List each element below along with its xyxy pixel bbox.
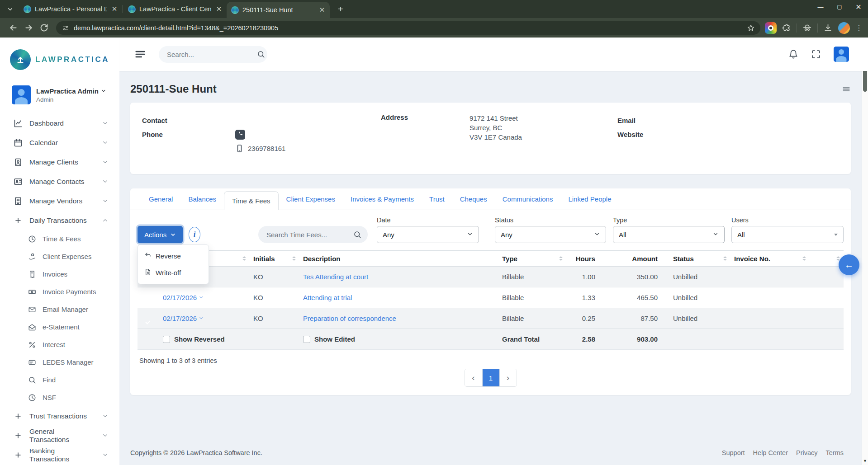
sort-arrows-icon[interactable] bbox=[723, 256, 727, 261]
browser-tab[interactable]: 250111-Sue Hunt✕ bbox=[227, 2, 330, 18]
window-maximize-button[interactable]: ▢ bbox=[830, 0, 849, 14]
bookmark-star-icon[interactable] bbox=[747, 24, 755, 32]
sort-arrows-icon[interactable] bbox=[242, 256, 246, 261]
sort-arrows-icon[interactable] bbox=[802, 256, 806, 261]
browser-tab[interactable]: LawPractica - Client Centre✕ bbox=[123, 1, 227, 17]
pagination-page-1[interactable]: 1 bbox=[482, 369, 499, 386]
sidebar-item-general-transactions[interactable]: General Transactions bbox=[0, 426, 119, 445]
sort-arrows-icon[interactable] bbox=[559, 256, 563, 261]
sidebar-item-manage-contacts[interactable]: Manage Contacts bbox=[0, 172, 119, 191]
time-fees-search[interactable] bbox=[258, 226, 368, 243]
extensions-puzzle-icon[interactable] bbox=[782, 23, 791, 33]
tab-linked-people[interactable]: Linked People bbox=[560, 188, 619, 210]
scrollbar-down-arrow[interactable]: ▼ bbox=[862, 459, 868, 463]
date-link[interactable]: 02/17/2026 bbox=[163, 315, 197, 322]
window-close-button[interactable]: ✕ bbox=[849, 0, 868, 14]
column-header-initials[interactable]: Initials bbox=[250, 251, 299, 267]
description-link[interactable]: Attending at trial bbox=[303, 294, 352, 301]
page-menu-icon[interactable] bbox=[842, 85, 851, 94]
address-bar[interactable]: demo.lawpractica.com/client-detail.html?… bbox=[56, 21, 760, 35]
collapse-panel-fab-button[interactable]: ← bbox=[839, 254, 859, 275]
show-edited-checkbox[interactable] bbox=[303, 336, 310, 343]
tab-close-icon[interactable]: ✕ bbox=[215, 5, 223, 13]
tab-trust[interactable]: Trust bbox=[422, 188, 452, 210]
sidebar-subitem-ledes-manager[interactable]: LEDES Manager bbox=[0, 353, 119, 371]
column-header-invoice-no-[interactable]: Invoice No. bbox=[730, 251, 810, 267]
sidebar-item-daily-transactions[interactable]: Daily Transactions bbox=[0, 211, 119, 230]
column-label: Type bbox=[502, 255, 517, 263]
info-button[interactable]: i bbox=[189, 227, 200, 242]
footer-link-help-center[interactable]: Help Center bbox=[753, 449, 788, 456]
global-search-input[interactable] bbox=[167, 51, 257, 58]
sidebar-subitem-label: Time & Fees bbox=[43, 235, 81, 243]
tab-close-icon[interactable]: ✕ bbox=[110, 5, 119, 13]
tab-search-button[interactable] bbox=[4, 3, 16, 15]
forward-button[interactable] bbox=[21, 20, 36, 36]
date-link[interactable]: 02/17/2026 bbox=[163, 294, 197, 301]
search-icon bbox=[28, 376, 36, 384]
sidebar-subitem-find[interactable]: Find bbox=[0, 371, 119, 389]
menu-item-write-off[interactable]: Write-off bbox=[138, 264, 209, 281]
sort-arrows-icon[interactable] bbox=[292, 256, 296, 261]
brand[interactable]: LAWPRACTICA bbox=[0, 38, 119, 79]
notifications-bell-icon[interactable] bbox=[788, 49, 798, 59]
filter-select-type[interactable]: All bbox=[613, 226, 725, 243]
global-search[interactable] bbox=[159, 46, 267, 63]
column-header-status[interactable]: Status bbox=[669, 251, 730, 267]
tab-general[interactable]: General bbox=[141, 188, 180, 210]
sidebar-item-manage-clients[interactable]: Manage Clients bbox=[0, 152, 119, 172]
sidebar-subitem-client-expenses[interactable]: Client Expenses bbox=[0, 248, 119, 265]
sidebar-item-banking-transactions[interactable]: Banking Transactions bbox=[0, 445, 119, 465]
pagination-next-button[interactable]: › bbox=[499, 369, 517, 386]
show-reversed-checkbox[interactable] bbox=[163, 336, 170, 343]
tab-cheques[interactable]: Cheques bbox=[452, 188, 495, 210]
sidebar-item-manage-vendors[interactable]: Manage Vendors bbox=[0, 191, 119, 211]
description-link[interactable]: Preparation of correspondence bbox=[303, 315, 396, 322]
tab-invoices-payments[interactable]: Invoices & Payments bbox=[343, 188, 422, 210]
filter-select-status[interactable]: Any bbox=[495, 226, 606, 243]
reload-button[interactable] bbox=[36, 20, 52, 36]
menu-item-reverse[interactable]: Reverse bbox=[138, 248, 209, 264]
sidebar-item-calendar[interactable]: Calendar bbox=[0, 133, 119, 152]
downloads-icon[interactable] bbox=[823, 23, 833, 33]
sidebar-item-trust-transactions[interactable]: Trust Transactions bbox=[0, 406, 119, 426]
filter-select-date[interactable]: Any bbox=[377, 226, 479, 243]
sidebar-subitem-invoices[interactable]: Invoices bbox=[0, 265, 119, 283]
column-header-type[interactable]: Type bbox=[498, 251, 566, 267]
browser-menu-icon[interactable]: ⋮ bbox=[855, 23, 863, 32]
sidebar-subitem-email-manager[interactable]: Email Manager bbox=[0, 301, 119, 318]
sidebar-subitem-e-statement[interactable]: e-Statement bbox=[0, 318, 119, 336]
sidebar-toggle-icon[interactable] bbox=[134, 48, 146, 60]
privacy-hat-icon[interactable] bbox=[802, 23, 812, 33]
sidebar-item-dashboard[interactable]: Dashboard bbox=[0, 113, 119, 133]
fullscreen-icon[interactable] bbox=[811, 49, 821, 59]
sidebar-subitem-time-fees[interactable]: Time & Fees bbox=[0, 230, 119, 248]
back-button[interactable] bbox=[5, 20, 21, 36]
pagination-prev-button[interactable]: ‹ bbox=[465, 369, 482, 386]
extension-camera-icon[interactable] bbox=[765, 22, 777, 34]
footer-link-privacy[interactable]: Privacy bbox=[796, 449, 818, 456]
tab-communications[interactable]: Communications bbox=[495, 188, 561, 210]
new-tab-button[interactable]: + bbox=[334, 4, 347, 14]
tab-client-expenses[interactable]: Client Expenses bbox=[279, 188, 343, 210]
profile-avatar[interactable] bbox=[834, 47, 849, 62]
user-menu[interactable]: LawPractica Admin Admin bbox=[0, 79, 119, 109]
tab-balances[interactable]: Balances bbox=[180, 188, 224, 210]
time-fees-search-input[interactable] bbox=[266, 231, 353, 239]
tab-time-fees[interactable]: Time & Fees bbox=[224, 191, 278, 210]
browser-tab[interactable]: LawPractica - Personal Dashbo✕ bbox=[19, 1, 122, 17]
footer-links: SupportHelp CenterPrivacyTerms bbox=[722, 449, 844, 456]
site-info-icon[interactable] bbox=[62, 24, 69, 32]
footer-link-support[interactable]: Support bbox=[722, 449, 745, 456]
tab-close-icon[interactable]: ✕ bbox=[318, 6, 326, 14]
filter-select-users[interactable]: All bbox=[731, 226, 844, 243]
sidebar-subitem-invoice-payments[interactable]: Invoice Payments bbox=[0, 283, 119, 301]
sidebar-subitem-interest[interactable]: Interest bbox=[0, 336, 119, 353]
window-minimize-button[interactable]: — bbox=[811, 0, 830, 14]
footer-link-terms[interactable]: Terms bbox=[826, 449, 844, 456]
browser-profile-avatar[interactable] bbox=[838, 22, 850, 34]
sidebar-subitem-nsf[interactable]: NSF bbox=[0, 389, 119, 406]
actions-button[interactable]: Actions bbox=[138, 226, 183, 243]
page-scrollbar[interactable]: ▲ ▼ bbox=[862, 38, 868, 465]
description-link[interactable]: Tes Attending at court bbox=[303, 273, 368, 281]
